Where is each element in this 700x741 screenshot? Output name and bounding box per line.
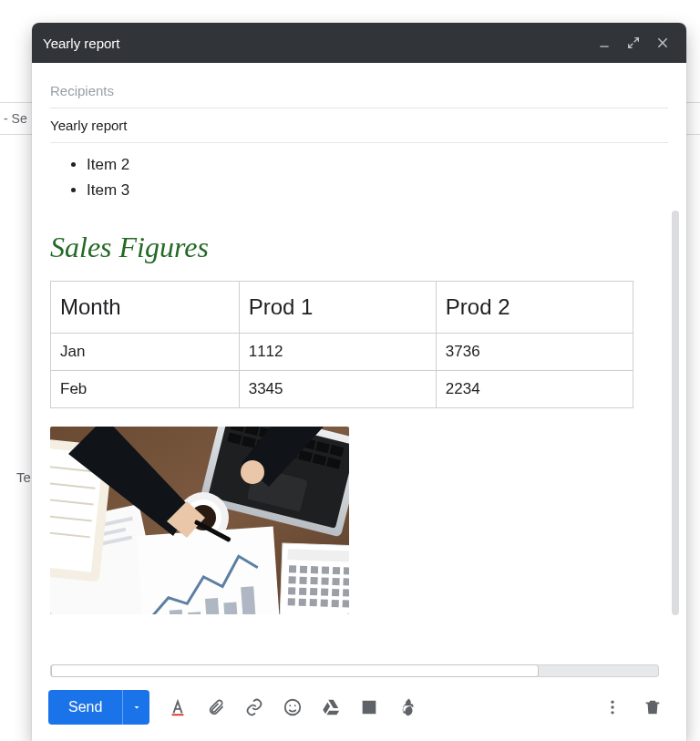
more-vert-icon — [603, 698, 622, 716]
emoji-icon — [283, 697, 303, 717]
close-button[interactable] — [650, 30, 675, 56]
attach-button[interactable] — [199, 690, 233, 725]
compose-titlebar[interactable]: Yearly report — [32, 23, 686, 63]
svg-rect-68 — [343, 589, 349, 596]
svg-rect-45 — [223, 602, 238, 614]
background-search-fragment: - Se — [4, 111, 27, 126]
svg-rect-44 — [205, 598, 220, 614]
table-header-cell: Prod 1 — [239, 282, 436, 334]
svg-rect-62 — [343, 578, 349, 585]
vertical-scrollbar[interactable] — [672, 211, 679, 650]
trash-icon — [643, 697, 663, 717]
send-options-button[interactable] — [122, 690, 149, 725]
section-title: Sales Figures — [50, 231, 659, 264]
svg-rect-66 — [321, 589, 328, 596]
table-header-row: Month Prod 1 Prod 2 — [51, 282, 633, 334]
table-header-cell: Month — [51, 282, 240, 334]
paperclip-icon — [207, 698, 225, 716]
svg-rect-69 — [288, 598, 295, 605]
background-panel-fragment: Te — [16, 469, 31, 485]
svg-rect-65 — [310, 588, 317, 595]
subject-field[interactable]: Yearly report — [50, 108, 668, 143]
drive-icon — [321, 697, 341, 717]
bullet-list: Item 2 Item 3 — [50, 152, 659, 203]
discard-draft-button[interactable] — [635, 690, 670, 725]
svg-rect-67 — [332, 589, 339, 596]
sales-table: Month Prod 1 Prod 2 Jan 1112 3736 Feb 33… — [50, 281, 633, 408]
list-item: Item 3 — [87, 178, 659, 203]
svg-rect-0 — [600, 46, 608, 46]
svg-point-80 — [611, 705, 613, 708]
embedded-image[interactable] — [50, 427, 349, 614]
svg-rect-52 — [300, 566, 307, 573]
compose-header-fields: Recipients Yearly report — [32, 63, 686, 143]
svg-rect-72 — [321, 599, 328, 606]
table-row: Feb 3345 2234 — [51, 371, 633, 408]
table-cell: Jan — [51, 334, 240, 371]
table-cell: 1112 — [239, 334, 436, 371]
table-cell: Feb — [51, 371, 240, 408]
svg-rect-71 — [310, 599, 317, 606]
vertical-scroll-thumb[interactable] — [672, 211, 679, 615]
svg-rect-54 — [322, 567, 329, 574]
svg-rect-60 — [321, 578, 328, 585]
lock-clock-icon — [397, 697, 417, 717]
table-cell: 3345 — [239, 371, 436, 408]
table-cell: 2234 — [436, 371, 633, 408]
table-header-cell: Prod 2 — [436, 282, 633, 334]
svg-rect-59 — [310, 577, 317, 584]
formatting-button[interactable] — [160, 690, 195, 725]
svg-point-76 — [285, 700, 301, 715]
svg-point-78 — [294, 705, 296, 706]
list-item: Item 2 — [87, 152, 659, 178]
recipients-field[interactable]: Recipients — [50, 74, 668, 108]
chevron-down-icon — [131, 702, 142, 713]
minimize-button[interactable] — [592, 30, 617, 56]
text-format-icon — [168, 697, 188, 717]
svg-rect-63 — [288, 587, 295, 594]
svg-rect-73 — [332, 600, 339, 607]
svg-rect-56 — [344, 567, 349, 574]
insert-drive-button[interactable] — [314, 690, 348, 725]
compose-body[interactable]: Item 2 Item 3 Sales Figures Month Prod 1… — [32, 143, 686, 654]
insert-emoji-button[interactable] — [275, 690, 310, 725]
svg-rect-58 — [299, 577, 306, 584]
insert-photo-button[interactable] — [352, 690, 386, 725]
svg-rect-70 — [299, 599, 306, 606]
compose-footer: Send — [32, 677, 686, 741]
image-icon — [359, 697, 379, 717]
svg-rect-53 — [311, 566, 318, 573]
link-icon — [244, 697, 264, 717]
svg-rect-55 — [333, 567, 340, 574]
svg-point-48 — [241, 460, 264, 484]
compose-window: Yearly report Recipients Yearly report I… — [32, 23, 686, 741]
svg-point-81 — [611, 711, 613, 714]
svg-rect-61 — [332, 578, 339, 585]
expand-icon — [626, 36, 641, 50]
compose-title: Yearly report — [43, 36, 120, 51]
close-icon — [655, 36, 670, 50]
svg-rect-64 — [299, 588, 306, 595]
insert-link-button[interactable] — [237, 690, 272, 725]
more-options-button[interactable] — [595, 690, 630, 725]
send-button[interactable]: Send — [48, 690, 122, 725]
svg-point-79 — [611, 701, 613, 704]
svg-rect-51 — [289, 565, 296, 572]
horizontal-scroll-thumb[interactable] — [51, 664, 539, 677]
expand-button[interactable] — [621, 30, 646, 56]
confidential-mode-button[interactable] — [390, 690, 425, 725]
svg-rect-74 — [343, 600, 349, 607]
table-row: Jan 1112 3736 — [51, 334, 633, 371]
minimize-icon — [597, 36, 612, 50]
horizontal-scrollbar[interactable] — [50, 664, 659, 677]
svg-rect-57 — [288, 576, 295, 583]
table-cell: 3736 — [436, 334, 633, 371]
svg-point-77 — [290, 705, 292, 706]
